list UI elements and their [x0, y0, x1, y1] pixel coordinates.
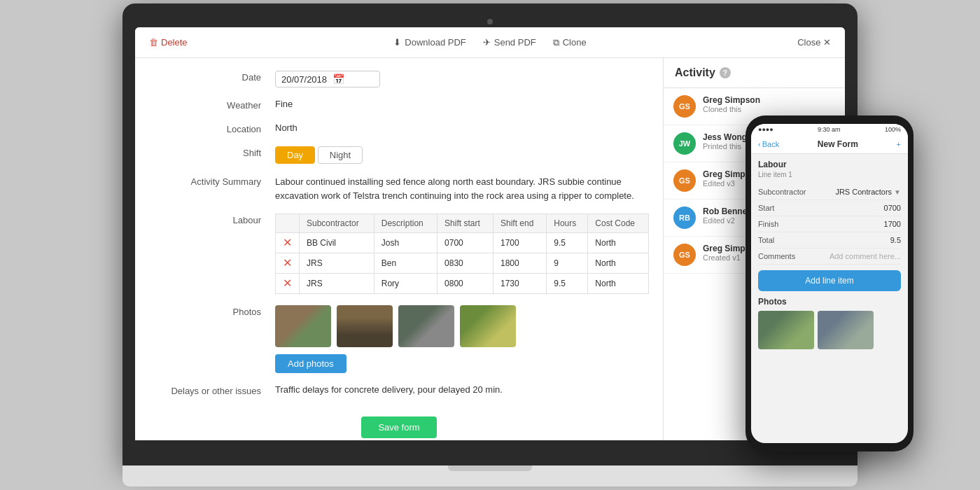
- photo-3[interactable]: [398, 305, 454, 347]
- phone-device: ●●●● 9:30 am 100% ‹ Back New Form + Labo…: [746, 115, 913, 451]
- activity-summary-label: Activity Summary: [149, 175, 275, 187]
- cell-hours: 9: [547, 253, 588, 274]
- col-header-shift-end: Shift end: [493, 214, 546, 233]
- activity-text: Greg Simpson Cloned this: [703, 95, 760, 113]
- date-input[interactable]: 20/07/2018 📅: [275, 71, 380, 88]
- download-pdf-button[interactable]: ⬇ Download PDF: [393, 37, 465, 48]
- save-button[interactable]: Save form: [361, 416, 436, 438]
- cell-subcontractor: JRS: [300, 274, 374, 294]
- phone-comments-row: Comments Add comment here...: [758, 248, 901, 265]
- cell-shift-end: 1800: [493, 253, 546, 274]
- phone-status-bar: ●●●● 9:30 am 100%: [751, 124, 908, 135]
- delays-row: Delays or other issues Traffic delays fo…: [135, 379, 663, 402]
- phone-screen: ●●●● 9:30 am 100% ‹ Back New Form + Labo…: [751, 124, 908, 443]
- cell-cost-code: North: [588, 233, 649, 253]
- phone-content: Labour Line item 1 Subcontractor JRS Con…: [751, 154, 908, 443]
- cell-cost-code: North: [588, 274, 649, 294]
- delete-row-button[interactable]: ✕: [283, 258, 292, 269]
- weather-row: Weather Fine: [135, 93, 663, 117]
- cell-subcontractor: BB Civil: [300, 233, 374, 253]
- location-row: Location North: [135, 117, 663, 141]
- table-row: ✕ JRS Rory 0800 1730 9.5 North: [276, 274, 649, 294]
- col-header-description: Description: [374, 214, 437, 233]
- col-header-delete: [276, 214, 300, 233]
- activity-header: Activity ?: [664, 58, 845, 88]
- phone-subcontractor-value: JRS Contractors: [835, 188, 892, 196]
- delays-label: Delays or other issues: [149, 384, 275, 396]
- activity-text: Jess Wong Printed this: [703, 132, 747, 150]
- phone-photo-1[interactable]: [758, 311, 814, 349]
- phone-subcontractor-label: Subcontractor: [758, 188, 806, 196]
- weather-label: Weather: [149, 99, 275, 111]
- shift-row: Shift Day Night: [135, 141, 663, 169]
- delete-label: Delete: [161, 37, 188, 48]
- laptop-device: 🗑 Delete ⬇ Download PDF ✈ Send PDF ⧉: [122, 4, 858, 465]
- cell-shift-end: 1700: [493, 233, 546, 253]
- phone-total-label: Total: [758, 236, 774, 244]
- avatar: GS: [673, 95, 696, 118]
- phone-start-value[interactable]: 0700: [884, 204, 901, 212]
- photo-2[interactable]: [337, 305, 393, 347]
- shift-value: Day Night: [275, 146, 649, 164]
- phone-photos-title: Photos: [758, 297, 901, 307]
- photo-4[interactable]: [460, 305, 516, 347]
- phone-finish-value[interactable]: 1700: [884, 220, 901, 228]
- photos-label: Photos: [149, 305, 275, 317]
- phone-total-value: 9.5: [890, 236, 901, 244]
- close-button[interactable]: Close ✕: [797, 37, 831, 48]
- col-header-subcontractor: Subcontractor: [300, 214, 374, 233]
- phone-back-button[interactable]: ‹ Back: [758, 140, 779, 148]
- toolbar-left: 🗑 Delete: [149, 37, 320, 48]
- phone-time: 9:30 am: [818, 126, 841, 133]
- col-header-shift-start: Shift start: [438, 214, 493, 233]
- toolbar-right: Close ✕: [661, 37, 832, 48]
- toolbar: 🗑 Delete ⬇ Download PDF ✈ Send PDF ⧉: [135, 27, 845, 58]
- phone-subcontractor-row: Subcontractor JRS Contractors ▼: [758, 184, 901, 200]
- delays-value: Traffic delays for concrete delivery, po…: [275, 384, 649, 395]
- location-value: North: [275, 122, 649, 133]
- help-icon[interactable]: ?: [720, 67, 731, 78]
- phone-nav-title: New Form: [818, 139, 858, 149]
- cell-subcontractor: JRS: [300, 253, 374, 274]
- shift-label: Shift: [149, 146, 275, 158]
- phone-photo-grid: [758, 311, 901, 349]
- table-header-row: Subcontractor Description Shift start Sh…: [276, 214, 649, 233]
- phone-new-button[interactable]: +: [897, 140, 901, 148]
- chevron-left-icon: ‹: [758, 140, 761, 148]
- labour-row: Labour Subcontractor Description Shift s…: [135, 208, 663, 300]
- app-body: Date 20/07/2018 📅 Weather Fine: [135, 58, 845, 440]
- phone-comments-placeholder[interactable]: Add comment here...: [830, 252, 901, 260]
- date-text: 20/07/2018: [281, 74, 327, 85]
- date-value: 20/07/2018 📅: [275, 71, 649, 88]
- phone-photo-2[interactable]: [818, 311, 874, 349]
- labour-table: Subcontractor Description Shift start Sh…: [275, 214, 649, 294]
- cell-description: Josh: [374, 233, 437, 253]
- avatar: JW: [673, 132, 696, 155]
- shift-night-button[interactable]: Night: [318, 146, 363, 164]
- labour-table-wrapper: Subcontractor Description Shift start Sh…: [275, 214, 649, 294]
- shift-day-button[interactable]: Day: [275, 146, 315, 164]
- delete-row-button[interactable]: ✕: [283, 278, 292, 289]
- phone-subcontractor-dropdown[interactable]: JRS Contractors ▼: [835, 188, 901, 196]
- cell-hours: 9.5: [547, 274, 588, 294]
- phone-section-sub: Line item 1: [758, 171, 901, 178]
- clone-icon: ⧉: [553, 37, 559, 48]
- avatar: GS: [673, 169, 696, 192]
- phone-finish-row: Finish 1700: [758, 216, 901, 232]
- date-row: Date 20/07/2018 📅: [135, 65, 663, 93]
- avatar: GS: [673, 244, 696, 266]
- clone-button[interactable]: ⧉ Clone: [553, 37, 587, 48]
- delete-row-button[interactable]: ✕: [283, 237, 292, 248]
- delete-button[interactable]: 🗑 Delete: [149, 37, 188, 48]
- add-photos-button[interactable]: Add photos: [275, 354, 346, 373]
- activity-title: Activity: [675, 66, 715, 79]
- activity-summary-row: Activity Summary Labour continued instal…: [135, 169, 663, 208]
- add-line-item-button[interactable]: Add line item: [758, 270, 901, 291]
- labour-label: Labour: [149, 214, 275, 225]
- cell-hours: 9.5: [547, 233, 588, 253]
- avatar: RB: [673, 206, 696, 229]
- send-pdf-button[interactable]: ✈ Send PDF: [483, 37, 536, 48]
- calendar-icon: 📅: [332, 74, 344, 85]
- cell-shift-start: 0800: [438, 274, 493, 294]
- photo-1[interactable]: [275, 305, 331, 347]
